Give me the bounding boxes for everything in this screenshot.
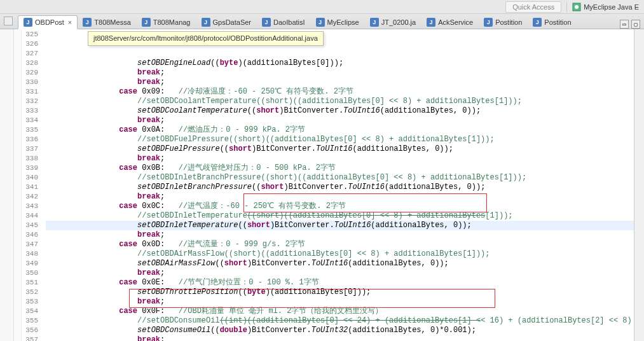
svg-point-1 [575,5,579,9]
code-line[interactable]: setOBDFuelPressure((short)BitConverter.T… [46,144,634,154]
java-file-icon: J [316,18,325,27]
editor-tab-2[interactable]: JT808Manag [137,16,196,29]
maximize-button[interactable]: ▢ [631,20,640,29]
code-line[interactable]: setOBDInletTemperature((short)BitConvert… [46,221,634,230]
line-number: 347 [22,240,38,249]
minimize-button[interactable]: ▭ [620,20,629,29]
code-line[interactable]: setOBDAirMassFlow((short)BitConverter.To… [46,259,634,268]
editor-tab-4[interactable]: JDaoIbatisI [257,16,311,29]
code-line[interactable]: setOBDInletBranchPressure((short)BitConv… [46,183,634,192]
code-line[interactable]: case 0x0E: //节气门绝对位置：0 - 100 %. 1字节 [46,278,634,288]
line-number: 329 [22,68,38,78]
java-file-icon: J [24,18,32,27]
top-toolbar: Quick Access MyEclipse Java E [0,0,644,14]
folding-ruler[interactable] [14,29,22,341]
tabs-gutter-icon[interactable] [4,17,13,25]
editor-tab-7[interactable]: JAckService [421,16,479,29]
code-line[interactable]: break; [46,297,634,307]
file-path-tooltip: jt808Server/src/com/ltmonitor/jt808/prot… [88,31,324,46]
java-file-icon: J [202,18,210,27]
line-number: 327 [22,49,38,59]
line-number: 341 [22,183,38,192]
line-number: 334 [22,116,38,125]
code-line[interactable]: break; [46,116,634,125]
line-number: 338 [22,154,38,164]
vertical-scrollbar[interactable] [634,29,644,341]
code-line[interactable]: case 0x0B: //进气歧管绝对压力：0 - 500 kPa. 2字节 [46,164,634,173]
code-line[interactable]: case 0x0F: //OBD耗油量 单位 毫升 ml. 2字节（给我的文档里… [46,307,634,316]
code-line[interactable]: break; [46,68,634,78]
line-number: 348 [22,249,38,259]
line-number: 357 [22,335,38,341]
line-number: 336 [22,135,38,144]
code-line[interactable]: //setOBDInletBranchPressure((short)((add… [46,173,634,183]
code-line[interactable]: break; [46,154,634,164]
code-line[interactable]: //setOBDCoolantTemperature((short)((addi… [46,97,634,106]
code-line[interactable]: setOBDConsumeOil((double)BitConverter.To… [46,326,634,335]
code-line[interactable]: break; [46,230,634,240]
line-number: 353 [22,297,38,307]
line-number: 340 [22,173,38,183]
perspective-label: MyEclipse Java E [584,3,639,11]
code-line[interactable]: break; [46,78,634,87]
tab-label: GpsDataSer [213,18,252,26]
line-number: 356 [22,326,38,335]
line-number: 355 [22,316,38,326]
java-file-icon: J [427,18,435,27]
tabs-right-controls: ▭ ▢ [620,20,644,29]
editor-tab-3[interactable]: JGpsDataSer [196,16,257,29]
editor-area: 3253263273283293303313323333343353363373… [0,29,644,341]
perspective-switcher[interactable]: MyEclipse Java E [572,3,639,11]
code-line[interactable]: //setOBDConsumeOil((int)((additionalByte… [46,316,634,326]
line-number: 325 [22,30,38,39]
tab-label: OBDPost [35,18,64,26]
code-line[interactable]: break; [46,268,634,278]
editor-tab-8[interactable]: JPostition [479,16,528,29]
editor-tab-9[interactable]: JPostition [528,16,577,29]
tab-label: Postition [544,18,571,26]
line-number: 342 [22,192,38,202]
line-number: 345 [22,221,38,230]
editor-tab-1[interactable]: JT808Messa [78,16,136,29]
line-number: 326 [22,39,38,49]
editor-tab-0[interactable]: JOBDPost× [18,15,78,29]
editor-tab-6[interactable]: JJT_0200.ja [365,16,421,29]
line-number: 337 [22,144,38,154]
line-number: 332 [22,97,38,106]
code-line[interactable]: setOBDEngineLoad((byte)(additionalBytes[… [46,59,634,68]
line-number: 331 [22,87,38,97]
tab-label: T808Manag [153,18,191,26]
java-file-icon: J [262,18,271,27]
tab-label: AckService [438,18,473,26]
quick-access-box[interactable]: Quick Access [505,1,561,13]
code-line[interactable]: break; [46,335,634,341]
editor-tabs: JOBDPost×JT808MessaJT808ManagJGpsDataSer… [0,14,644,29]
code-line[interactable]: break; [46,192,634,202]
code-line[interactable]: setOBDCoolantTemperature((short)BitConve… [46,106,634,116]
line-number: 352 [22,288,38,297]
line-number: 354 [22,307,38,316]
tab-label: T808Messa [94,18,130,26]
code-line[interactable]: //setOBDInletTemperature((short)((additi… [46,211,634,221]
editor-tab-5[interactable]: JMyEclipse [311,16,365,29]
java-file-icon: J [533,18,542,27]
code-line[interactable]: case 0x0C: //进气温度：-60 - 250℃ 有符号变数. 2字节 [46,202,634,211]
code-line[interactable]: //setOBDAirMassFlow((short)((additionalB… [46,249,634,259]
code-line[interactable]: //setOBDFuelPressure((short)((additional… [46,135,634,144]
line-number: 350 [22,268,38,278]
java-file-icon: J [83,18,92,27]
line-number: 333 [22,106,38,116]
toolbar-divider [566,2,567,12]
line-number: 344 [22,211,38,221]
code-line[interactable]: case 0x0D: //进气流量：0 - 999 g/s. 2字节 [46,240,634,249]
code-editor[interactable]: jt808Server/src/com/ltmonitor/jt808/prot… [42,29,634,341]
close-icon[interactable]: × [68,18,72,26]
code-line[interactable]: case 0x09: //冷却液温度：-60 - 250℃ 有符号变数. 2字节 [46,87,634,97]
java-file-icon: J [484,18,493,27]
code-line[interactable]: setOBDThrottlePosition((byte)(additional… [46,288,634,297]
code-line[interactable]: case 0x0A: //燃油压力：0 - 999 kPa. 2字节 [46,125,634,135]
line-number: 339 [22,164,38,173]
tab-label: DaoIbatisI [273,18,305,26]
line-number: 349 [22,259,38,268]
line-number-gutter: 3253263273283293303313323333343353363373… [22,29,42,341]
